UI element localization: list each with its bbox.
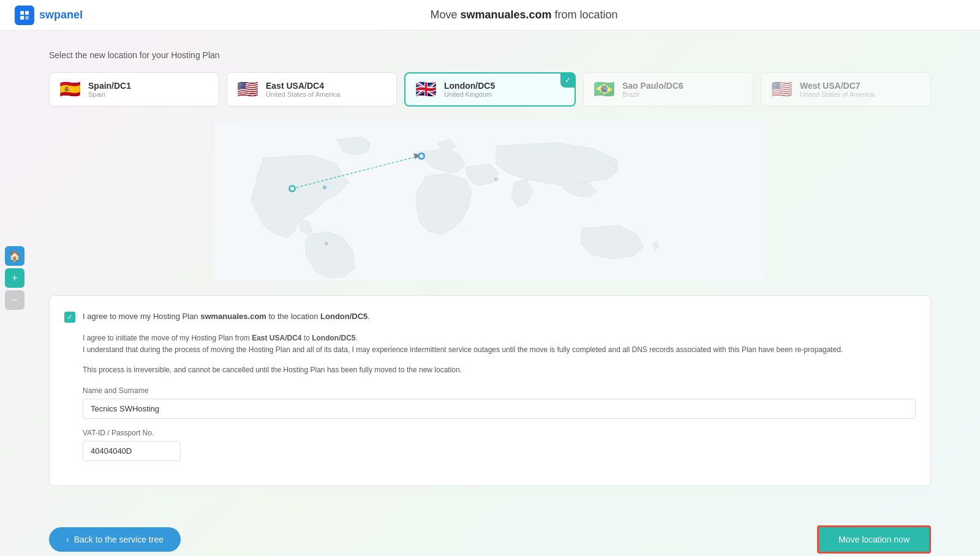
agreement-checkbox[interactable]: ✓ — [64, 312, 75, 323]
selected-check: ✓ — [560, 73, 575, 88]
svg-rect-3 — [25, 16, 29, 20]
svg-point-12 — [494, 178, 498, 181]
location-name-dc6: Sao Paulo/DC6 — [622, 81, 684, 91]
location-name-dc1: Spain/DC1 — [88, 81, 131, 91]
location-name-dc7: West USA/DC7 — [800, 81, 874, 91]
logo[interactable]: swpanel — [15, 6, 83, 25]
back-arrow-icon: ‹ — [66, 535, 69, 544]
main-content: Select the new location for your Hosting… — [0, 31, 980, 516]
location-country-dc5: United Kingdom — [444, 91, 495, 98]
flag-east-usa: 🇺🇸 — [237, 81, 258, 98]
name-input[interactable] — [83, 399, 916, 419]
location-country-dc7: United States of America — [800, 91, 874, 98]
sidebar-controls: 🏠 + − — [0, 241, 29, 315]
flag-west-usa: 🇺🇸 — [771, 81, 793, 98]
section-title: Select the new location for your Hosting… — [49, 50, 931, 60]
add-button[interactable]: + — [5, 268, 24, 288]
agreement-box: ✓ I agree to move my Hosting Plan swmanu… — [49, 295, 931, 486]
location-country-dc4: United States of America — [266, 91, 340, 98]
name-form-group: Name and Surname — [83, 386, 916, 419]
location-name-dc5: London/DC5 — [444, 81, 495, 91]
flag-london: 🇬🇧 — [415, 81, 437, 98]
svg-point-13 — [325, 242, 328, 246]
vat-form-group: VAT-ID / Passport No. — [83, 429, 916, 461]
location-card-dc6[interactable]: 🇧🇷 Sao Paulo/DC6 Brazil — [583, 72, 753, 107]
location-card-dc1[interactable]: 🇪🇸 Spain/DC1 Spain — [49, 72, 219, 107]
move-location-button[interactable]: Move location now — [817, 525, 931, 554]
logo-text: swpanel — [39, 9, 83, 21]
back-button-label: Back to the service tree — [74, 535, 164, 544]
logo-icon — [15, 6, 34, 25]
header: swpanel Move swmanuales.com from locatio… — [0, 0, 980, 31]
flag-spain: 🇪🇸 — [59, 81, 81, 98]
flag-brazil: 🇧🇷 — [594, 81, 615, 98]
agreement-header: ✓ I agree to move my Hosting Plan swmanu… — [64, 310, 916, 323]
vat-input[interactable] — [83, 441, 181, 461]
location-country-dc1: Spain — [88, 91, 131, 98]
svg-point-8 — [290, 187, 294, 190]
footer: ‹ Back to the service tree Move location… — [0, 516, 980, 556]
location-card-dc4[interactable]: 🇺🇸 East USA/DC4 United States of America — [227, 72, 397, 107]
svg-rect-2 — [20, 16, 24, 20]
minus-button[interactable]: − — [5, 290, 24, 310]
back-button[interactable]: ‹ Back to the service tree — [49, 527, 181, 552]
location-name-dc4: East USA/DC4 — [266, 81, 340, 91]
svg-point-11 — [323, 186, 326, 189]
location-card-dc7[interactable]: 🇺🇸 West USA/DC7 United States of America — [761, 72, 931, 107]
page-title: Move swmanuales.com from location — [83, 9, 965, 21]
world-map — [49, 121, 931, 280]
location-cards: 🇪🇸 Spain/DC1 Spain 🇺🇸 East USA/DC4 Unite… — [49, 72, 931, 107]
svg-point-10 — [420, 154, 423, 158]
location-card-dc5[interactable]: ✓ 🇬🇧 London/DC5 United Kingdom — [404, 72, 576, 107]
move-button-label: Move location now — [839, 535, 910, 544]
home-button[interactable]: 🏠 — [5, 246, 24, 266]
agreement-main-text: I agree to move my Hosting Plan swmanual… — [83, 310, 370, 323]
svg-rect-0 — [20, 11, 24, 15]
agreement-detail: I agree to initiate the move of my Hosti… — [83, 332, 916, 356]
name-label: Name and Surname — [83, 386, 916, 395]
location-country-dc6: Brazil — [622, 91, 684, 98]
svg-rect-1 — [25, 11, 29, 15]
irreversible-text: This process is irreversible, and cannot… — [83, 366, 916, 374]
vat-label: VAT-ID / Passport No. — [83, 429, 916, 437]
